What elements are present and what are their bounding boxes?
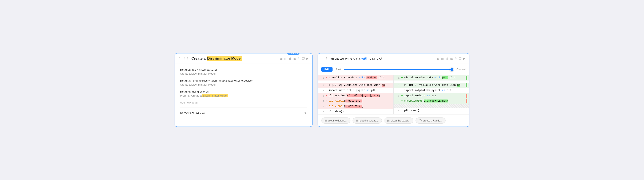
right-indicator-green-1 [466,76,467,80]
suggestion-chip-3[interactable]: ▤ clean the datafr... [384,118,414,124]
diff-view: 1 - visualize wine data with scatter plo… [318,75,469,114]
suggestion-chip-1[interactable]: ▤ plot the datafra... [321,118,350,124]
detail-row-4: Detail 4: using pytorch Propmt: Create a… [180,90,307,97]
kernel-size-text: Kernel size: (4 x 4) [180,111,205,115]
slider-track [344,69,454,70]
diff-left-line-scatter: 3 - plt.scatter(X[:, 0], X[:, 1], c=y) [318,93,394,99]
right-expand-icon[interactable]: ❐ [459,57,462,60]
detail-2-sub: Create a Discriminator Model [180,72,307,75]
slider-thumb[interactable] [450,68,454,71]
suggestion-text-3: clean the datafr... [391,119,410,122]
diff-right-line-pairplot: 4 + sns.pairplot(df, hue='target') [394,99,469,104]
right-indicator-red-1 [466,94,467,98]
panel-title-prefix: Create a [192,56,206,60]
edit-slider-area: Edit Past Current [318,64,469,75]
timeline-slider[interactable] [344,69,454,70]
suggestion-text-1: plot the datafra... [328,119,347,122]
panel-body: Detail 2: fc1 = nn.Linear(1, 1) Create a… [175,64,312,120]
clock-icon[interactable]: ↻ [298,57,300,60]
right-sidebar-icon[interactable]: ◫ [441,57,444,60]
diff-left-line-xlabel: 4 - plt.xlabel('Feature 1') [318,99,394,104]
diff-right-line-empty [394,80,469,83]
diff-left-pane: 1 - visualize wine data with scatter plo… [318,75,394,114]
trash-icon[interactable]: 🗑 [289,57,292,60]
kernel-row: Kernel size: (4 x 4) ➤ [180,108,307,115]
detail-4-sub: Propmt: Create a Discriminator Model [180,94,307,97]
panel-title: Create a Discriminator Model [192,56,278,61]
left-panel-header: Detail: 4 ⌃ ⋮⋮ Create a Discriminator Mo… [175,53,312,64]
detail-4-label: Detail 4: using pytorch [180,90,307,93]
suggestion-chip-2[interactable]: ▤ plot the datafra... [352,118,382,124]
play-icon[interactable]: ▶ [306,57,309,60]
right-toolbar: ▦ ◫ 🗑 ▦ ↻ ❐ ▶ [437,57,466,60]
right-panel-title: visualize wine data with pair plot [330,56,435,61]
main-container: Detail: 4 ⌃ ⋮⋮ Create a Discriminator Mo… [174,53,470,127]
right-panel: ⋮⋮ visualize wine data with pair plot ▦ … [318,53,470,127]
diff-right-line-show: 5 plt.show() [394,108,469,113]
right-drag-handle-icon[interactable]: ⋮⋮ [321,57,328,61]
monitor-icon[interactable]: ▦ [280,57,282,60]
right-trash-icon[interactable]: 🗑 [446,57,448,60]
send-icon[interactable]: ➤ [304,111,307,115]
detail-row-3: Detail 3: probabilities = torch.rand(x.s… [180,79,307,86]
prompt-highlight: Discriminator Model [202,94,228,97]
slider-past-label: Past [336,68,341,71]
drag-handle-icon[interactable]: ⋮⋮ [182,57,189,61]
panel-title-highlight: Discriminator Model [206,56,242,61]
toolbar: ▦ ◫ 🗑 ▦ ↻ ❐ ▶ [280,57,309,60]
right-copy-icon[interactable]: ▦ [450,57,453,60]
diff-right-pane: 1 + visualize wine data with pair plot 1… [394,75,469,114]
right-indicator-red-2 [466,99,467,103]
right-play-icon[interactable]: ▶ [463,57,466,60]
diff-left-line-import: 2 import matplotlib.pyplot as plt [318,88,394,93]
table-icon: ▤ [387,119,390,122]
circle-icon: ◯ [419,119,422,122]
detail-3-label: Detail 3: probabilities = torch.rand(x.s… [180,79,307,82]
detail-3-sub: Create a Discriminator Model [180,83,307,86]
expand-icon[interactable]: ❐ [302,57,305,60]
diff-left-line-comment: 1 - # [ID: 2] visualize wine data with s… [318,83,394,88]
left-panel: Detail: 4 ⌃ ⋮⋮ Create a Discriminator Mo… [174,53,312,127]
bar-chart-icon-2: ▤ [356,119,358,122]
suggestion-text-4: create a Rando... [423,119,442,122]
diff-left-line-ylabel: 5 - plt.ylabel('Feature 2') [318,104,394,109]
right-panel-header: ⋮⋮ visualize wine data with pair plot ▦ … [318,53,469,64]
slider-current-label: Current [456,68,466,71]
diff-left-line-empty [318,80,394,83]
detail-badge: Detail: 4 [287,53,300,55]
diff-right-line-1: 1 + visualize wine data with pair plot [394,75,469,80]
bar-chart-icon-1: ▤ [324,119,327,122]
right-clock-icon[interactable]: ↻ [455,57,457,60]
edit-button[interactable]: Edit [321,67,332,72]
copy-icon[interactable]: ▦ [293,57,296,60]
detail-row-2: Detail 2: fc1 = nn.Linear(1, 1) Create a… [180,68,307,75]
right-monitor-icon[interactable]: ▦ [437,57,440,60]
suggestion-chip-4[interactable]: ◯ create a Rando... [416,118,446,124]
diff-right-line-comment: 1 + # [ID: 2] visualize wine data with p… [394,83,469,88]
diff-right-line-spacer [394,104,469,108]
diff-right-line-import: 2 import matplotlib.pyplot as plt [394,88,469,93]
sidebar-icon[interactable]: ◫ [284,57,287,60]
suggestions-bar: ▤ plot the datafra... ▤ plot the datafra… [318,114,469,127]
right-indicator-green-2 [466,83,467,87]
add-detail-link[interactable]: Add new detail [180,101,307,104]
diff-left-line-1: 1 - visualize wine data with scatter plo… [318,75,394,80]
diff-left-line-show: 6 plt.show() [318,109,394,114]
chevron-icon[interactable]: ⌃ [178,57,180,60]
diff-right-line-seaborn: 3 + import seaborn as sns [394,93,469,99]
right-title-highlight: with [362,56,368,60]
suggestion-text-2: plot the datafra... [360,119,378,122]
detail-2-label: Detail 2: fc1 = nn.Linear(1, 1) [180,68,307,71]
